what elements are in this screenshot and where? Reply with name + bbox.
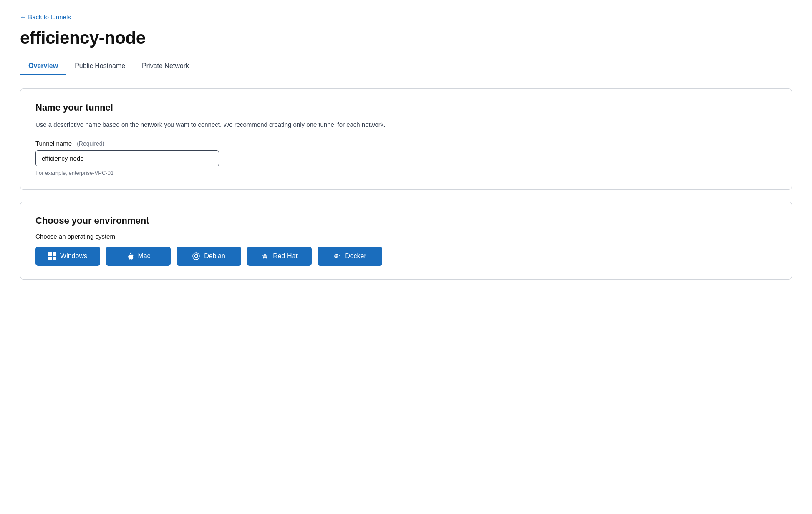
os-button-redhat-label: Red Hat xyxy=(273,252,298,260)
os-button-docker-label: Docker xyxy=(345,252,366,260)
name-card-title: Name your tunnel xyxy=(35,102,777,113)
os-button-debian[interactable]: Debian xyxy=(177,247,241,266)
os-button-windows[interactable]: Windows xyxy=(35,247,100,266)
back-arrow-icon: ← Back to tunnels xyxy=(20,13,71,20)
redhat-icon xyxy=(261,252,269,260)
name-card-description: Use a descriptive name based on the netw… xyxy=(35,120,411,130)
tunnel-name-input[interactable] xyxy=(35,150,219,166)
docker-icon xyxy=(333,252,341,260)
os-button-docker[interactable]: Docker xyxy=(318,247,382,266)
required-indicator: (Required) xyxy=(77,140,104,147)
svg-rect-8 xyxy=(335,256,337,257)
svg-rect-9 xyxy=(337,256,338,257)
svg-rect-3 xyxy=(53,257,56,260)
os-label: Choose an operating system: xyxy=(35,233,777,240)
back-link[interactable]: ← Back to tunnels xyxy=(20,13,71,20)
page-title: efficiency-node xyxy=(20,28,792,48)
svg-point-4 xyxy=(193,253,199,260)
debian-icon xyxy=(192,252,200,260)
os-button-redhat[interactable]: Red Hat xyxy=(247,247,312,266)
os-button-windows-label: Windows xyxy=(60,252,87,260)
os-button-mac[interactable]: Mac xyxy=(106,247,171,266)
tunnel-name-hint: For example, enterprise-VPC-01 xyxy=(35,170,777,176)
svg-rect-0 xyxy=(48,252,52,256)
tab-public-hostname[interactable]: Public Hostname xyxy=(66,58,134,75)
svg-rect-7 xyxy=(334,256,335,257)
name-tunnel-card: Name your tunnel Use a descriptive name … xyxy=(20,88,792,190)
tab-overview[interactable]: Overview xyxy=(20,58,66,75)
svg-rect-10 xyxy=(335,254,337,255)
svg-rect-1 xyxy=(53,252,56,256)
svg-point-6 xyxy=(264,255,266,257)
windows-icon xyxy=(48,252,56,260)
tabs-nav: Overview Public Hostname Private Network xyxy=(20,58,792,75)
tab-private-network[interactable]: Private Network xyxy=(134,58,197,75)
apple-icon xyxy=(126,252,134,260)
os-button-mac-label: Mac xyxy=(138,252,150,260)
svg-rect-11 xyxy=(337,254,338,255)
os-button-debian-label: Debian xyxy=(204,252,225,260)
svg-point-5 xyxy=(195,254,198,257)
svg-rect-2 xyxy=(48,257,52,260)
os-buttons-group: Windows Mac Debian xyxy=(35,247,777,266)
tunnel-name-label: Tunnel name (Required) xyxy=(35,140,777,147)
environment-card: Choose your environment Choose an operat… xyxy=(20,202,792,280)
environment-card-title: Choose your environment xyxy=(35,215,777,226)
